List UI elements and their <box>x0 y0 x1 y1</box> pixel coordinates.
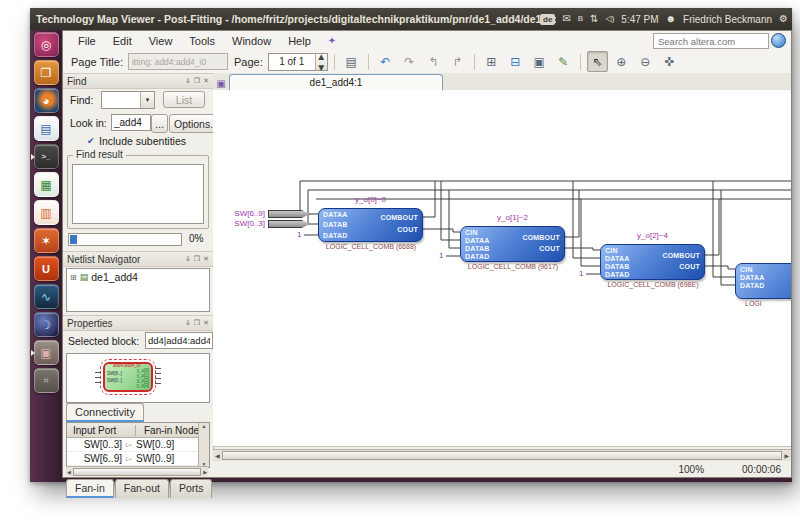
menu-view[interactable]: View <box>149 35 173 47</box>
fan-in-table[interactable]: Input Port Fan-in Node SW[0..3] ▻ SW[0..… <box>66 422 210 468</box>
selection-tool-button[interactable]: ⇖ <box>587 51 608 72</box>
menu-window[interactable]: Window <box>232 35 271 47</box>
table-row[interactable]: SW[6..9] ▻ SW[0..9] <box>67 452 209 466</box>
find-result-box[interactable] <box>72 164 204 224</box>
float-icon[interactable]: ❐ <box>194 77 200 85</box>
cell-output-label[interactable]: y_o[1]~2 <box>460 213 565 222</box>
list-button[interactable]: List <box>163 91 205 108</box>
expand-button[interactable]: ⊞ <box>481 51 502 72</box>
tree-expand-icon[interactable]: ⊞ <box>70 273 77 282</box>
connectivity-button[interactable]: Connectivity <box>66 403 144 422</box>
collapse-button[interactable]: ⊟ <box>505 51 526 72</box>
pin-icon[interactable]: ⇓ <box>185 255 191 263</box>
logic-cell[interactable]: CIN DATAA DATAB DATAD COMBOUT COUT <box>460 226 565 262</box>
scroll-left-icon[interactable]: ◀ <box>67 469 71 475</box>
launcher-writer[interactable]: ▤ <box>34 116 59 141</box>
down-hierarchy-button[interactable]: ↱ <box>447 51 468 72</box>
pin-icon[interactable]: ⇓ <box>185 77 191 85</box>
browse-button[interactable]: ... <box>151 114 168 133</box>
zoom-in-button[interactable]: ⊕ <box>611 51 632 72</box>
launcher-files[interactable]: ❐ <box>34 60 59 85</box>
network-icon[interactable]: ⇅ <box>590 14 598 24</box>
launcher-software-center[interactable]: ✶ <box>34 228 59 253</box>
launcher-terminal[interactable]: >_ <box>34 144 59 169</box>
tab-fan-out[interactable]: Fan-out <box>115 479 169 498</box>
schematic-horizontal-scrollbar[interactable]: ◀ ▶ <box>213 449 791 461</box>
table-vertical-scrollbar[interactable]: ▲ ▼ <box>198 423 209 467</box>
launcher-ubuntu-one[interactable]: U <box>34 256 59 281</box>
copy-image-button[interactable]: ▣ <box>529 51 550 72</box>
context-help-icon[interactable]: ✦ <box>328 35 336 46</box>
scroll-left-icon[interactable]: ◀ <box>215 452 220 459</box>
schematic-tab[interactable]: de1_add4:1 <box>229 74 443 90</box>
schematic-canvas[interactable]: SW[6..9] SW[0..3] y_o[0]~0 DATAA DATAB D… <box>213 90 791 447</box>
tab-fan-in[interactable]: Fan-in <box>66 479 114 498</box>
launcher-firefox[interactable]: ◕ <box>34 88 59 113</box>
launcher-ubuntu-dash[interactable]: ◎ <box>34 32 59 57</box>
find-combobox[interactable]: ▾ <box>101 91 155 109</box>
cell-output-label[interactable]: y_o[2]~4 <box>600 231 705 240</box>
back-button[interactable]: ↶ <box>375 51 396 72</box>
logic-cell[interactable]: DATAA DATAB DATAD COMBOUT COUT <box>318 208 423 242</box>
zoom-out-button[interactable]: ⊖ <box>635 51 656 72</box>
scrollbar-thumb[interactable] <box>222 451 783 460</box>
logic-cell[interactable]: CIN DATAA DATAB DATAD COMBOUT COUT <box>600 244 705 280</box>
mail-icon[interactable]: ✉ <box>562 14 570 24</box>
menu-help[interactable]: Help <box>288 35 311 47</box>
scroll-right-icon[interactable]: ▶ <box>784 452 789 459</box>
close-icon[interactable]: ✕ <box>203 255 209 263</box>
annotate-button[interactable]: ✎ <box>553 51 574 72</box>
selected-block-input[interactable] <box>145 332 213 349</box>
input-pin-symbol[interactable] <box>268 210 310 218</box>
menu-edit[interactable]: Edit <box>113 35 132 47</box>
block-preview[interactable]: add4:add4_i0 SW[6..] SW[0..] y_o[0] y_o[… <box>66 353 210 403</box>
input-pin-symbol[interactable] <box>268 220 310 228</box>
scroll-right-icon[interactable]: ▶ <box>203 469 207 475</box>
netlist-root-item[interactable]: ⊞ ▤ de1_add4 <box>67 269 209 283</box>
pan-tool-button[interactable]: ✜ <box>659 51 680 72</box>
tab-ports[interactable]: Ports <box>170 479 213 498</box>
launcher-eclipse[interactable]: ☽ <box>34 312 59 337</box>
close-icon[interactable]: ✕ <box>203 77 209 85</box>
input-port-label[interactable]: SW[6..9] <box>219 209 265 218</box>
spin-down-icon[interactable]: ▼ <box>316 62 326 73</box>
up-hierarchy-button[interactable]: ↰ <box>423 51 444 72</box>
gear-icon[interactable]: ⚙ <box>779 14 788 24</box>
float-icon[interactable]: ❐ <box>194 255 200 263</box>
scroll-up-icon[interactable]: ▲ <box>202 423 207 429</box>
pin-icon[interactable]: ⇓ <box>185 319 191 327</box>
cell-output-label[interactable]: y_o[0]~0 <box>318 195 423 204</box>
spin-up-icon[interactable]: ▲ <box>316 51 326 62</box>
clock[interactable]: 5:47 PM <box>621 14 658 25</box>
input-port-label[interactable]: SW[0..3] <box>219 219 265 228</box>
table-row[interactable]: SW[0..3] ▻ SW[0..9] <box>67 438 209 452</box>
volume-icon[interactable]: ◁) <box>606 15 615 23</box>
user-name[interactable]: Friedrich Beckmann <box>683 14 772 25</box>
float-icon[interactable]: ❐ <box>194 319 200 327</box>
logic-cell[interactable]: CIN DATAA DATAD <box>735 263 791 299</box>
page-spinner-buttons[interactable]: ▲ ▼ <box>315 54 327 70</box>
report-window-button[interactable]: ▤ <box>341 51 362 72</box>
subentities-checkbox[interactable]: ✔ <box>87 136 95 146</box>
page-spinner[interactable]: 1 of 1 ▲ ▼ <box>268 53 328 71</box>
scrollbar-thumb[interactable] <box>73 468 201 476</box>
menu-file[interactable]: File <box>78 35 96 47</box>
bluetooth-icon[interactable]: B <box>578 15 583 23</box>
keyboard-layout-indicator[interactable]: de <box>540 14 555 25</box>
netlist-tree[interactable]: ⊞ ▤ de1_add4 <box>66 268 210 312</box>
look-in-input[interactable] <box>111 114 151 131</box>
table-horizontal-scrollbar[interactable]: ◀ ▶ <box>66 466 208 476</box>
col-input-port[interactable]: Input Port <box>67 425 136 436</box>
close-icon[interactable]: ✕ <box>203 319 209 327</box>
launcher-impress[interactable]: ▥ <box>34 200 59 225</box>
combo-arrow-icon[interactable]: ▾ <box>140 92 154 108</box>
launcher-keyboard[interactable]: ⌗ <box>34 368 59 393</box>
preview-block[interactable]: add4:add4_i0 SW[6..] SW[0..] y_o[0] y_o[… <box>103 362 153 392</box>
col-fan-in-node[interactable]: Fan-in Node <box>136 425 199 436</box>
menu-tools[interactable]: Tools <box>189 35 215 47</box>
search-input[interactable] <box>653 33 769 49</box>
launcher-screenshot-tool[interactable]: ▣ <box>34 340 59 365</box>
launcher-calc[interactable]: ▦ <box>34 172 59 197</box>
launcher-wireshark[interactable]: ∿ <box>34 284 59 309</box>
globe-icon[interactable] <box>771 33 786 48</box>
